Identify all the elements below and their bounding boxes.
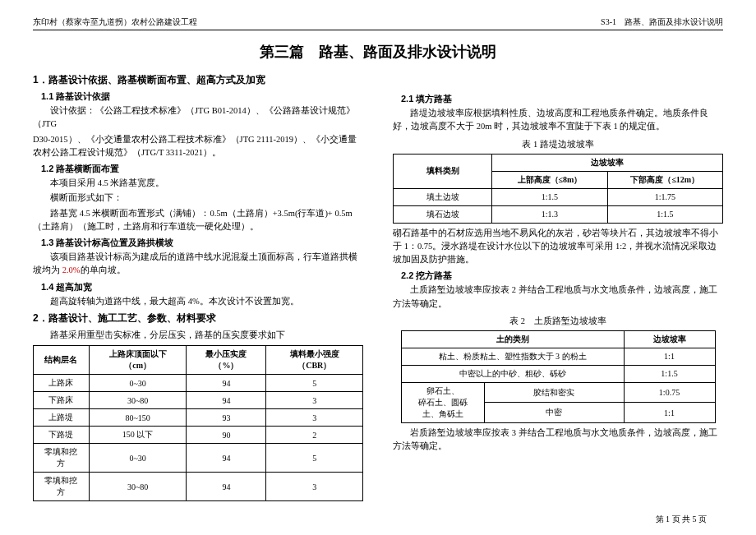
heading-1: 1．路基设计依据、路基横断面布置、超高方式及加宽 bbox=[33, 73, 363, 87]
th: 填料最小强度（CBR） bbox=[266, 346, 363, 375]
heading-1-2: 1.2 路基横断面布置 bbox=[41, 163, 363, 175]
th: 下部高度（≤12m） bbox=[607, 171, 722, 188]
th: 土的类别 bbox=[401, 330, 624, 348]
para: 超高旋转轴为道路中线，最大超高 4%。本次设计不设置加宽。 bbox=[33, 295, 363, 308]
td-group: 卵石土、 碎石土、圆砾 土、角砾土 bbox=[401, 382, 484, 422]
th: 结构层名 bbox=[34, 346, 90, 375]
para: 路堤边坡坡率应根据填料性质、边坡高度和工程地质条件确定。地质条件良好，边坡高度不… bbox=[393, 107, 723, 134]
page-footer: 第 1 页 共 5 页 bbox=[656, 514, 708, 525]
th: 边坡坡率 bbox=[624, 330, 715, 348]
table-caption: 表 1 路堤边坡坡率 bbox=[393, 139, 723, 150]
page-header: 东印村（蔡家寺至九道拐）农村公路建设工程 S3-1 路基、路面及排水设计说明 bbox=[33, 16, 723, 30]
para: 本项目采用 4.5 米路基宽度。 bbox=[33, 177, 363, 190]
para: 岩质路堑边坡坡率应按表 3 并结合工程地质与水文地质条件，边坡高度，施工方法等确… bbox=[393, 427, 723, 454]
header-left: 东印村（蔡家寺至九道拐）农村公路建设工程 bbox=[33, 16, 197, 28]
left-column: 1．路基设计依据、路基横断面布置、超高方式及加宽 1.1 路基设计依据 设计依据… bbox=[33, 70, 363, 505]
para: 该项目路基设计标高为建成后的道路中线水泥混凝土顶面标高，行车道路拱横坡均为 2.… bbox=[33, 251, 363, 278]
th: 上路床顶面以下（cm） bbox=[89, 346, 186, 375]
para: 路基宽 4.5 米横断面布置形式（满铺）：0.5m（土路肩）+3.5m(行车道)… bbox=[33, 207, 363, 234]
th: 边坡坡率 bbox=[492, 154, 723, 171]
header-right: S3-1 路基、路面及排水设计说明 bbox=[601, 16, 723, 28]
heading-2-2: 2.2 挖方路基 bbox=[401, 270, 723, 282]
page-title: 第三篇 路基、路面及排水设计说明 bbox=[33, 42, 723, 62]
para-text: 的单向坡。 bbox=[81, 265, 126, 274]
para: 土质路堑边坡坡率应按表 2 并结合工程地质与水文地质条件，边坡高度，施工方法等确… bbox=[393, 284, 723, 311]
right-column: 2.1 填方路基 路堤边坡坡率应根据填料性质、边坡高度和工程地质条件确定。地质条… bbox=[393, 70, 723, 505]
para: 砌石路基中的石材应选用当地不易风化的灰岩，砂岩等块片石，其边坡坡率不得小于 1：… bbox=[393, 227, 723, 267]
th: 最小压实度（%） bbox=[187, 346, 266, 375]
para: 路基采用重型击实标准，分层压实，路基的压实度要求如下 bbox=[33, 329, 363, 342]
highlight-value: 2.0% bbox=[62, 265, 81, 274]
heading-1-3: 1.3 路基设计标高位置及路拱横坡 bbox=[41, 237, 363, 249]
para: 横断面形式如下： bbox=[33, 191, 363, 205]
heading-2-1: 2.1 填方路基 bbox=[401, 93, 723, 105]
para: 设计依据：《公路工程技术标准》（JTG B01-2014）、《公路路基设计规范》… bbox=[33, 104, 363, 131]
embankment-slope-table: 填料类别 边坡坡率 上部高度（≤8m） 下部高度（≤12m） 填土边坡1:1.5… bbox=[393, 154, 723, 224]
th: 上部高度（≤8m） bbox=[492, 171, 607, 188]
heading-2: 2．路基设计、施工工艺、参数、材料要求 bbox=[33, 311, 363, 325]
compaction-table: 结构层名 上路床顶面以下（cm） 最小压实度（%） 填料最小强度（CBR） 上路… bbox=[33, 345, 363, 501]
heading-1-1: 1.1 路基设计依据 bbox=[41, 90, 363, 103]
table-caption: 表 2 土质路堑边坡坡率 bbox=[393, 316, 723, 327]
para: D30-2015）、《小交通量农村公路工程技术标准》（JTG 2111-2019… bbox=[33, 133, 363, 160]
cut-slope-table: 土的类别 边坡坡率 粘土、粉质粘土、塑性指数大于 3 的粉土1:1 中密以上的中… bbox=[401, 330, 716, 423]
th: 填料类别 bbox=[394, 154, 492, 188]
heading-1-4: 1.4 超高加宽 bbox=[41, 281, 363, 293]
